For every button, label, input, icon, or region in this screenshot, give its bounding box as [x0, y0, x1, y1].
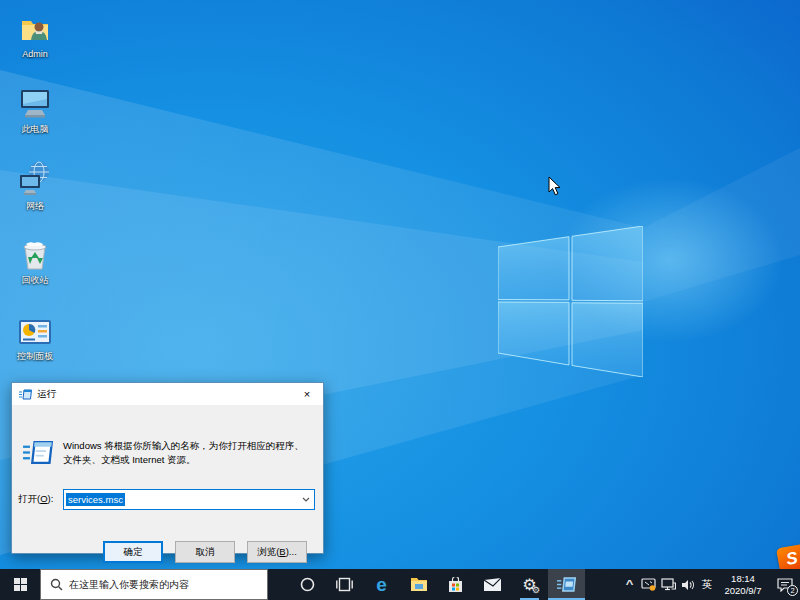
run-window-icon: [557, 577, 576, 592]
mouse-cursor: [548, 176, 561, 196]
desktop-icon-control-panel[interactable]: 控制面板: [4, 319, 66, 363]
edge-icon: e: [376, 575, 387, 594]
settings-small-gear-icon: ⚙: [532, 586, 540, 595]
close-icon: ×: [304, 388, 310, 400]
store-button[interactable]: [437, 569, 474, 600]
taskbar-clock[interactable]: 18:14 2020/9/7: [716, 569, 770, 600]
clock-time: 18:14: [731, 573, 755, 585]
taskbar: e ⚙ ⚙: [0, 569, 800, 600]
close-button[interactable]: ×: [291, 383, 323, 405]
volume-tray-button[interactable]: [678, 569, 698, 600]
desktop-icon-label: 网络: [26, 200, 44, 213]
ok-button[interactable]: 确定: [103, 541, 163, 563]
mail-icon: [484, 578, 501, 591]
run-taskbar-button[interactable]: [548, 569, 585, 600]
ime-indicator[interactable]: 英: [698, 569, 716, 600]
chevron-up-icon: ^: [626, 579, 634, 590]
taskbar-icon-row: e ⚙ ⚙: [289, 569, 585, 600]
cortana-icon: [300, 577, 315, 592]
user-folder-icon: [19, 14, 51, 46]
network-desktop-icon: [18, 161, 52, 197]
run-icon: [19, 389, 32, 400]
desktop-icon-admin[interactable]: Admin: [4, 14, 66, 59]
open-label: 打开(O):: [18, 493, 53, 506]
run-command-combobox[interactable]: services.msc: [63, 489, 315, 510]
task-view-icon: [336, 577, 353, 592]
settings-button[interactable]: ⚙ ⚙: [511, 569, 548, 600]
chevron-down-icon: [302, 497, 310, 502]
windows-logo: [498, 226, 643, 377]
browse-button[interactable]: 浏览(B)...: [247, 541, 307, 563]
desktop-icon-network[interactable]: 网络: [4, 161, 66, 213]
tray-app-button[interactable]: [638, 569, 658, 600]
run-dialog-icon: [23, 441, 53, 464]
mail-button[interactable]: [474, 569, 511, 600]
network-icon: [661, 578, 676, 591]
search-input[interactable]: [69, 570, 264, 599]
desktop-icon-label: Admin: [22, 49, 48, 59]
notification-badge: 2: [787, 585, 798, 596]
combo-dropdown-button[interactable]: [298, 490, 314, 509]
control-panel-icon: [18, 319, 52, 347]
desktop-icon-label: 回收站: [22, 274, 49, 287]
windows-start-icon: [14, 578, 27, 591]
run-dialog: 运行 × Windows 将根据你所输入的名称，为你打开相应的程序、 文件夹、文…: [11, 382, 324, 554]
taskbar-search-box[interactable]: [40, 569, 268, 600]
tray-app-icon: [641, 578, 656, 591]
cortana-button[interactable]: [289, 569, 326, 600]
dialog-description: Windows 将根据你所输入的名称，为你打开相应的程序、 文件夹、文档或 In…: [63, 439, 315, 467]
task-view-button[interactable]: [326, 569, 363, 600]
run-input-selected-text[interactable]: services.msc: [66, 493, 125, 506]
clock-date: 2020/9/7: [725, 585, 762, 597]
this-pc-icon: [18, 86, 52, 120]
volume-icon: [681, 579, 695, 591]
run-dialog-body: Windows 将根据你所输入的名称，为你打开相应的程序、 文件夹、文档或 In…: [12, 405, 323, 555]
file-explorer-button[interactable]: [400, 569, 437, 600]
search-icon: [50, 578, 63, 591]
run-dialog-titlebar[interactable]: 运行 ×: [12, 383, 323, 405]
system-tray: ^ 英 18:14: [621, 569, 800, 600]
desktop-icon-this-pc[interactable]: 此电脑: [4, 86, 66, 136]
description-line-1: Windows 将根据你所输入的名称，为你打开相应的程序、: [63, 439, 315, 453]
file-explorer-icon: [410, 577, 428, 592]
description-line-2: 文件夹、文档或 Internet 资源。: [63, 453, 315, 467]
dialog-title: 运行: [37, 388, 291, 401]
action-center-button[interactable]: 2: [770, 569, 800, 600]
desktop-icon-recycle-bin[interactable]: 回收站: [4, 239, 66, 287]
store-icon: [448, 577, 463, 593]
desktop-icon-label: 此电脑: [22, 123, 49, 136]
start-button[interactable]: [0, 569, 40, 600]
recycle-bin-icon: [20, 239, 50, 271]
cancel-button[interactable]: 取消: [175, 541, 235, 563]
edge-button[interactable]: e: [363, 569, 400, 600]
dialog-button-row: 确定 取消 浏览(B)...: [12, 541, 323, 563]
network-tray-button[interactable]: [658, 569, 678, 600]
desktop-icon-label: 控制面板: [17, 350, 53, 363]
